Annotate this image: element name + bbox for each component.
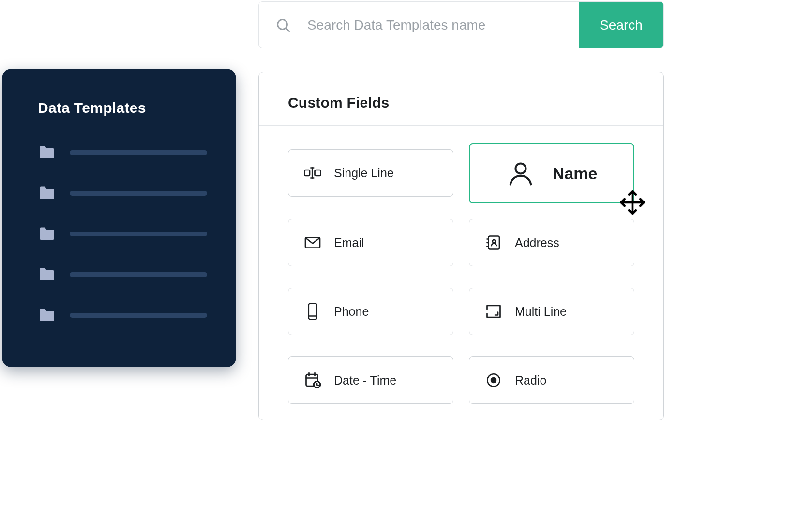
field-label: Date - Time (334, 373, 396, 387)
svg-point-7 (515, 164, 526, 174)
text-input-icon (304, 164, 321, 182)
svg-point-15 (493, 240, 496, 243)
sidebar-list (38, 145, 207, 323)
folder-icon (38, 145, 56, 160)
calendar-clock-icon (304, 372, 321, 389)
folder-icon (38, 308, 56, 323)
sidebar-item[interactable] (38, 308, 207, 323)
field-name[interactable]: Name (469, 143, 634, 203)
person-icon (506, 159, 535, 188)
svg-rect-3 (315, 170, 321, 176)
field-date-time[interactable]: Date - Time (288, 356, 453, 404)
sidebar-item[interactable] (38, 145, 207, 160)
field-email[interactable]: Email (288, 219, 453, 266)
search-icon (259, 2, 307, 48)
sidebar-item[interactable] (38, 186, 207, 201)
panel-body: Single Line Name (259, 126, 663, 423)
field-phone[interactable]: Phone (288, 288, 453, 335)
field-label: Address (515, 236, 559, 250)
svg-rect-2 (305, 170, 310, 176)
search-input[interactable] (307, 2, 579, 48)
move-icon (619, 189, 646, 216)
svg-rect-16 (309, 304, 316, 320)
field-label: Phone (334, 305, 369, 319)
panel-header: Custom Fields (259, 72, 663, 126)
search-button[interactable]: Search (579, 2, 663, 48)
field-label: Radio (515, 373, 546, 387)
data-templates-sidebar: Data Templates (2, 69, 236, 367)
field-label: Email (334, 236, 364, 250)
field-label: Multi Line (515, 305, 567, 319)
sidebar-title: Data Templates (38, 100, 207, 116)
sidebar-item-placeholder (70, 150, 207, 155)
panel-title: Custom Fields (288, 94, 634, 111)
svg-point-25 (491, 378, 496, 383)
phone-icon (304, 303, 321, 320)
custom-fields-panel: Custom Fields Single Line (258, 72, 664, 420)
folder-icon (38, 267, 56, 282)
field-label: Single Line (334, 166, 394, 180)
sidebar-item-placeholder (70, 232, 207, 236)
field-single-line[interactable]: Single Line (288, 149, 453, 197)
envelope-icon (304, 234, 321, 251)
folder-icon (38, 186, 56, 201)
sidebar-item-placeholder (70, 272, 207, 277)
field-address[interactable]: Address (469, 219, 634, 266)
field-multi-line[interactable]: Multi Line (469, 288, 634, 335)
sidebar-item[interactable] (38, 227, 207, 241)
field-radio[interactable]: Radio (469, 356, 634, 404)
multiline-icon (485, 303, 502, 320)
sidebar-item[interactable] (38, 267, 207, 282)
search-bar: Search (258, 1, 664, 48)
sidebar-item-placeholder (70, 313, 207, 318)
field-label: Name (553, 164, 598, 183)
svg-line-1 (286, 28, 289, 31)
address-book-icon (485, 234, 502, 251)
sidebar-item-placeholder (70, 191, 207, 196)
folder-icon (38, 227, 56, 241)
radio-icon (485, 372, 502, 389)
